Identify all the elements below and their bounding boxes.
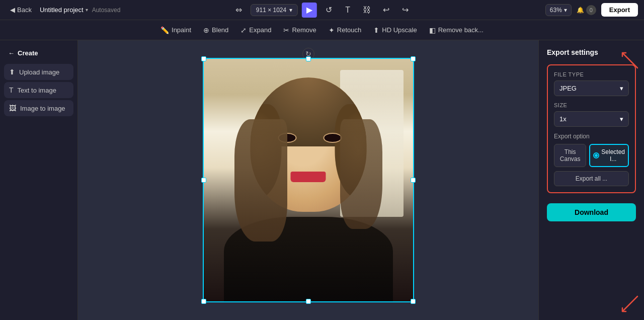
selected-button[interactable]: Selected I...: [589, 144, 629, 167]
arrow-to-download: [620, 294, 640, 314]
rotate-left-icon-btn[interactable]: ↺: [321, 3, 336, 18]
hd-upscale-icon: ⬆: [373, 26, 379, 34]
sidebar-item-text-to-image[interactable]: T Text to image: [4, 82, 73, 98]
remove-icon: ✂: [283, 26, 289, 34]
redo-icon-btn[interactable]: ↪: [397, 3, 413, 18]
canvas-size-chevron: ▾: [289, 7, 292, 14]
file-type-chevron-icon: ▾: [620, 85, 623, 92]
back-label: Back: [17, 6, 32, 14]
retouch-icon: ✦: [329, 26, 335, 34]
selected-label: Selected I...: [601, 148, 625, 163]
size-chevron-icon: ▾: [620, 115, 623, 123]
export-option-row: This Canvas Selected I...: [554, 144, 629, 167]
hair-flowing-left: [234, 119, 287, 242]
sidebar: ← Create ⬆ Upload image T Text to image …: [0, 40, 78, 320]
zoom-level-text: 63%: [550, 7, 562, 14]
text-icon-btn[interactable]: T: [340, 3, 355, 18]
hair-flowing-right: [340, 119, 382, 229]
download-button[interactable]: Download: [547, 203, 636, 221]
retouch-label: Retouch: [337, 26, 361, 34]
sidebar-create-label: Create: [18, 49, 38, 57]
upload-icon: ⬆: [9, 68, 15, 76]
size-label: Size: [554, 102, 629, 108]
canvas-area[interactable]: ↻: [78, 40, 538, 320]
text-to-image-icon: T: [9, 86, 14, 94]
canvas-size-button[interactable]: 911 × 1024 ▾: [251, 4, 298, 16]
badge-count: 0: [586, 5, 596, 15]
link-icon-btn[interactable]: ⛓: [359, 3, 374, 18]
main-layout: ← Create ⬆ Upload image T Text to image …: [0, 40, 644, 320]
sidebar-item-image-to-image[interactable]: 🖼 Image to image: [4, 100, 73, 116]
lips: [291, 172, 326, 182]
export-section-box: File type JPEG ▾ Size 1x ▾ Export option…: [547, 64, 636, 193]
export-button[interactable]: Export: [601, 3, 638, 17]
project-title-text: Untitled project: [40, 6, 84, 14]
inpaint-icon: ✏️: [160, 26, 169, 34]
remove-button[interactable]: ✂ Remove: [278, 24, 321, 37]
autosaved-label: Autosaved: [92, 7, 121, 14]
blend-icon: ⊕: [203, 26, 209, 34]
remove-bg-icon: ◧: [429, 26, 436, 34]
arrow-to-export: [620, 50, 640, 70]
canvas-wrapper: ↻: [203, 58, 414, 302]
image-to-image-icon: 🖼: [9, 104, 16, 112]
sidebar-create-header: ← Create: [4, 46, 73, 60]
size-value: 1x: [559, 115, 567, 123]
export-panel: Export settings File type JPEG ▾ Size 1x…: [538, 40, 644, 320]
inpaint-button[interactable]: ✏️ Inpaint: [155, 24, 196, 37]
retouch-button[interactable]: ✦ Retouch: [324, 24, 366, 37]
project-title-group: Untitled project ▾: [40, 6, 88, 14]
remove-label: Remove: [292, 26, 316, 34]
inpaint-label: Inpaint: [172, 26, 191, 34]
sidebar-image-to-image-label: Image to image: [20, 105, 65, 112]
expand-label: Expand: [249, 26, 271, 34]
file-type-value: JPEG: [559, 85, 577, 92]
topbar-right: 63% ▾ 🔔 0 Export: [545, 3, 638, 17]
tools-toolbar: ✏️ Inpaint ⊕ Blend ⤢ Expand ✂ Remove ✦ R…: [0, 20, 644, 40]
blend-label: Blend: [212, 26, 228, 34]
sidebar-item-upload[interactable]: ⬆ Upload image: [4, 64, 73, 80]
hd-upscale-label: HD Upscale: [382, 26, 417, 34]
zoom-button[interactable]: 63% ▾: [545, 4, 572, 16]
file-type-label: File type: [554, 71, 629, 77]
play-icon-btn[interactable]: ▶: [302, 3, 317, 18]
topbar-center: ⇔ 911 × 1024 ▾ ▶ ↺ T ⛓ ↩ ↪: [231, 3, 413, 18]
size-select[interactable]: 1x ▾: [554, 111, 629, 127]
resize-icon-btn[interactable]: ⇔: [231, 3, 247, 18]
this-canvas-label: This Canvas: [560, 148, 581, 163]
expand-button[interactable]: ⤢ Expand: [235, 24, 276, 37]
expand-icon: ⤢: [240, 26, 247, 34]
bell-icon: 🔔: [577, 7, 584, 14]
sidebar-upload-label: Upload image: [19, 68, 59, 76]
canvas-size-text: 911 × 1024: [256, 7, 286, 14]
sidebar-text-to-image-label: Text to image: [18, 87, 56, 94]
undo-icon-btn[interactable]: ↩: [378, 3, 393, 18]
file-type-select[interactable]: JPEG ▾: [554, 81, 629, 96]
selected-radio-inner: [595, 154, 598, 157]
back-button[interactable]: ◀ Back: [6, 4, 36, 16]
export-option-label: Export option: [554, 133, 629, 140]
selected-radio-icon: [593, 152, 599, 158]
zoom-chevron-icon: ▾: [564, 7, 567, 14]
blend-button[interactable]: ⊕ Blend: [198, 24, 233, 37]
canvas-image: [203, 58, 414, 302]
topbar: ◀ Back Untitled project ▾ Autosaved ⇔ 91…: [0, 0, 644, 20]
remove-bg-button[interactable]: ◧ Remove back...: [424, 24, 489, 37]
export-all-button[interactable]: Export all ...: [554, 171, 629, 186]
back-arrow-icon: ◀: [10, 6, 15, 14]
export-all-label: Export all ...: [576, 175, 607, 182]
project-title-chevron[interactable]: ▾: [86, 7, 88, 13]
remove-bg-label: Remove back...: [438, 26, 484, 34]
sidebar-back-icon: ←: [8, 49, 15, 57]
notification-badge[interactable]: 🔔 0: [577, 5, 596, 15]
hd-upscale-button[interactable]: ⬆ HD Upscale: [368, 24, 422, 37]
this-canvas-button[interactable]: This Canvas: [554, 144, 586, 167]
